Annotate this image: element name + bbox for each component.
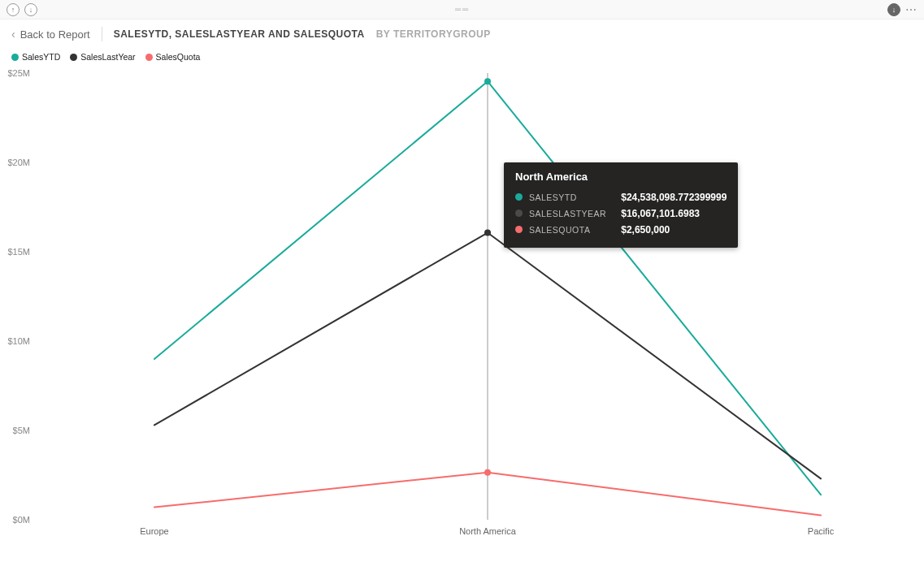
tooltip-series-value: $24,538,098.772399999 [621,189,727,205]
y-axis-tick-label: $10M [7,336,30,346]
chart-tooltip: North America SALESYTD$24,538,098.772399… [504,162,738,248]
tooltip-swatch-icon [515,193,523,201]
legend-item[interactable]: SalesQuota [145,52,201,62]
legend-label: SalesYTD [22,52,60,62]
tooltip-row: SALESQUOTA$2,650,000 [515,222,727,238]
tooltip-series-value: $16,067,101.6983 [621,205,727,222]
tooltip-series-value: $2,650,000 [621,222,727,238]
x-axis-tick-label: Pacific [808,526,835,536]
back-to-report-button[interactable]: ‹ Back to Report [11,28,90,41]
legend-label: SalesQuota [156,52,201,62]
line-chart-svg[interactable]: $0M$5M$10M$15M$20M$25MEuropeNorth Americ… [0,65,924,544]
tooltip-swatch-icon [515,210,523,217]
y-axis-tick-label: $5M [13,426,30,435]
drillup-icon[interactable]: ↑ [7,3,20,16]
tooltip-row: SALESYTD$24,538,098.772399999 [515,189,727,205]
chart-title: SALESYTD, SALESLASTYEAR AND SALESQUOTA [114,28,365,40]
legend-swatch-icon [145,54,153,61]
series-marker[interactable] [484,230,491,236]
tooltip-title: North America [515,171,727,183]
y-axis-tick-label: $15M [7,247,30,257]
legend-swatch-icon [70,54,77,61]
more-options-icon[interactable]: ⋯ [905,3,917,16]
tooltip-series-name: SALESYTD [529,189,621,205]
legend-item[interactable]: SalesLastYear [70,52,135,62]
chevron-left-icon: ‹ [11,28,15,41]
legend-label: SalesLastYear [80,52,135,62]
x-axis-tick-label: North America [459,526,517,536]
resize-grip-icon[interactable]: ══ [37,5,887,14]
chart-area[interactable]: $0M$5M$10M$15M$20M$25MEuropeNorth Americ… [0,65,924,544]
y-axis-tick-label: $0M [13,515,30,525]
chart-header: ‹ Back to Report SALESYTD, SALESLASTYEAR… [0,19,924,49]
series-marker[interactable] [484,469,491,476]
y-axis-tick-label: $20M [7,158,30,167]
back-label: Back to Report [20,28,90,41]
tooltip-series-name: SALESQUOTA [529,222,621,238]
x-axis-tick-label: Europe [140,526,168,536]
window-toolbar: ↑ ↓ ══ ↓ ⋯ [0,0,924,19]
tooltip-series-name: SALESLASTYEAR [529,205,621,222]
chart-subtitle: BY TERRITORYGROUP [376,28,491,40]
y-axis-tick-label: $25M [7,68,30,78]
tooltip-row: SALESLASTYEAR$16,067,101.6983 [515,205,727,222]
legend-item[interactable]: SalesYTD [11,52,60,62]
chart-legend: SalesYTDSalesLastYearSalesQuota [0,49,924,65]
series-marker[interactable] [484,78,491,84]
drilldown-icon[interactable]: ↓ [24,3,37,16]
legend-swatch-icon [11,54,19,61]
tooltip-swatch-icon [515,226,523,233]
divider [102,27,102,41]
export-icon[interactable]: ↓ [887,3,900,16]
